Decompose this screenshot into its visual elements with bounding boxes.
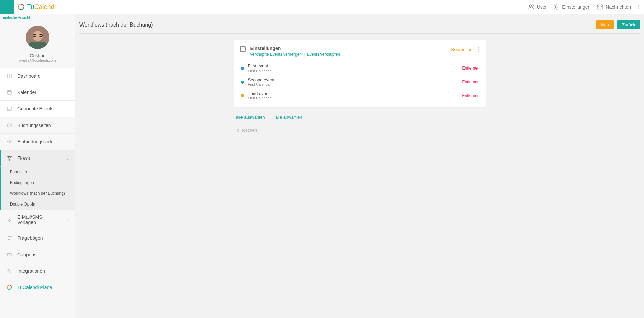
- nav-booked-events[interactable]: Gebuchte Events: [0, 101, 75, 117]
- deselect-all-link[interactable]: alle abwählen: [275, 115, 302, 120]
- check-double-icon: [6, 216, 13, 223]
- svg-point-4: [532, 5, 534, 6]
- color-dot-icon: [241, 81, 244, 84]
- svg-point-14: [11, 236, 11, 237]
- workflow-links: verknüpfte Events verbergen | Events ver…: [250, 52, 447, 57]
- svg-point-17: [10, 272, 11, 273]
- gear-small-icon: [6, 268, 13, 274]
- topbar-actions: User Einstellungen Nachrichten: [528, 3, 644, 11]
- nav-flows-sub: Formulare Bedingungen Workflows (nach de…: [0, 167, 75, 210]
- event-row: Second event First Calendar Entfernen: [240, 75, 480, 89]
- nav-dashboard-label: Dashboard: [17, 73, 41, 79]
- edit-link[interactable]: Bearbeiten: [451, 47, 473, 52]
- nav-calendar-label: Kalender: [17, 90, 36, 95]
- workflow-title: Einstellungen: [250, 46, 447, 51]
- remove-event-link[interactable]: Entfernen: [462, 93, 479, 98]
- profile-block: Cristian ayuda@tucalendi.com: [0, 21, 75, 65]
- back-button[interactable]: Zurück: [617, 20, 640, 29]
- nav-sub-forms[interactable]: Formulare: [1, 167, 75, 177]
- chevron-down-icon: ⌄: [66, 156, 69, 161]
- nav: Dashboard Kalender Gebuchte Events Buchu…: [0, 65, 75, 296]
- svg-rect-10: [7, 124, 11, 127]
- topbar-messages[interactable]: Nachrichten: [596, 3, 631, 11]
- topbar-user[interactable]: User: [528, 3, 547, 11]
- window-icon: [6, 122, 13, 129]
- color-dot-icon: [241, 67, 244, 70]
- avatar[interactable]: [26, 26, 49, 49]
- brand-text: TuCalendi: [27, 3, 56, 11]
- card-more[interactable]: [477, 46, 480, 53]
- nav-booking-pages-label: Buchungsseiten: [17, 123, 51, 128]
- event-row: Third event First Calendar Entfernen: [240, 89, 480, 103]
- grid-icon: [6, 73, 13, 79]
- menu-toggle[interactable]: [0, 0, 14, 14]
- svg-rect-9: [7, 107, 11, 111]
- nav-coupons[interactable]: Coupons: [0, 246, 75, 263]
- trash-icon: [236, 128, 240, 133]
- workflow-card: Einstellungen verknüpfte Events verberge…: [234, 40, 486, 107]
- topbar: TuCalendi User Einstellungen Nachrichten: [0, 0, 644, 14]
- new-button[interactable]: Neu: [596, 20, 614, 29]
- event-calendar: First Calendar: [248, 69, 458, 73]
- mail-icon: [596, 3, 604, 11]
- color-dot-icon: [241, 94, 244, 97]
- nav-email-sms-label: E-Mail/SMS-Vorlagen: [17, 214, 61, 225]
- page-header: Workflows (nach der Buchung) Neu Zurück: [79, 20, 640, 34]
- event-calendar: First Calendar: [248, 82, 458, 87]
- nav-embed-code[interactable]: Einbindungscode: [0, 134, 75, 150]
- nav-flows-label: Flows: [17, 155, 30, 161]
- svg-rect-6: [597, 5, 603, 9]
- profile-name: Cristian: [3, 53, 72, 58]
- main-content: Workflows (nach der Buchung) Neu Zurück …: [75, 14, 644, 318]
- chevron-down-icon: ⌄: [66, 218, 69, 222]
- event-name: Second event: [248, 77, 458, 83]
- event-list: First event First Calendar Entfernen Sec…: [240, 61, 480, 102]
- gear-icon: [553, 3, 560, 11]
- topbar-more[interactable]: [637, 3, 639, 11]
- hamburger-icon: [4, 5, 10, 9]
- bulk-select-bar: alle auswählen | alle abwählen: [234, 115, 486, 120]
- code-icon: [6, 138, 13, 145]
- workflow-checkbox[interactable]: [240, 46, 246, 52]
- delete-row[interactable]: löschen: [234, 128, 486, 133]
- nav-dashboard[interactable]: Dashboard: [0, 68, 75, 84]
- topbar-settings[interactable]: Einstellungen: [553, 3, 590, 11]
- delete-label: löschen: [242, 128, 257, 133]
- nav-integrations-label: Integrationen: [17, 268, 45, 274]
- simple-view-toggle[interactable]: Einfache Ansicht: [0, 14, 75, 21]
- nav-booked-label: Gebuchte Events: [17, 106, 53, 111]
- select-all-link[interactable]: alle auswählen: [236, 115, 265, 120]
- topbar-messages-label: Nachrichten: [606, 4, 631, 10]
- users-icon: [528, 3, 535, 11]
- profile-email: ayuda@tucalendi.com: [3, 58, 72, 62]
- nav-sub-workflows[interactable]: Workflows (nach der Buchung): [1, 188, 75, 199]
- svg-point-11: [7, 156, 8, 157]
- nav-surveys-label: Fragebögen: [17, 235, 43, 241]
- brand-logo-icon: [17, 3, 25, 11]
- topbar-settings-label: Einstellungen: [562, 4, 590, 10]
- nav-email-sms[interactable]: E-Mail/SMS-Vorlagen ⌄: [0, 210, 75, 230]
- nav-surveys[interactable]: Fragebögen: [0, 230, 75, 246]
- nav-embed-label: Einbindungscode: [17, 139, 53, 144]
- nav-flows[interactable]: Flows ⌄: [0, 150, 75, 167]
- nav-sub-double-optin[interactable]: Double Opt-In: [1, 199, 75, 210]
- svg-rect-15: [7, 253, 11, 256]
- nav-integrations[interactable]: Integrationen: [0, 263, 75, 279]
- calendar-icon: [6, 89, 13, 96]
- link-events-link[interactable]: Events verknüpfen: [307, 52, 340, 57]
- remove-event-link[interactable]: Entfernen: [462, 66, 479, 71]
- nav-booking-pages[interactable]: Buchungsseiten: [0, 117, 75, 134]
- event-calendar: First Calendar: [248, 96, 458, 100]
- svg-point-16: [8, 270, 10, 271]
- topbar-user-label: User: [537, 4, 547, 10]
- nav-plans[interactable]: TuCalendi Pläne: [0, 279, 75, 296]
- nav-calendar[interactable]: Kalender: [0, 84, 75, 101]
- remove-event-link[interactable]: Entfernen: [462, 80, 479, 84]
- hide-linked-events-link[interactable]: verknüpfte Events verbergen: [250, 52, 302, 57]
- brand[interactable]: TuCalendi: [17, 3, 56, 11]
- svg-point-5: [555, 6, 557, 8]
- nav-plans-label: TuCalendi Pläne: [17, 285, 52, 290]
- svg-point-12: [10, 156, 11, 157]
- brand-mini-icon: [6, 284, 13, 291]
- nav-sub-conditions[interactable]: Bedingungen: [1, 177, 75, 188]
